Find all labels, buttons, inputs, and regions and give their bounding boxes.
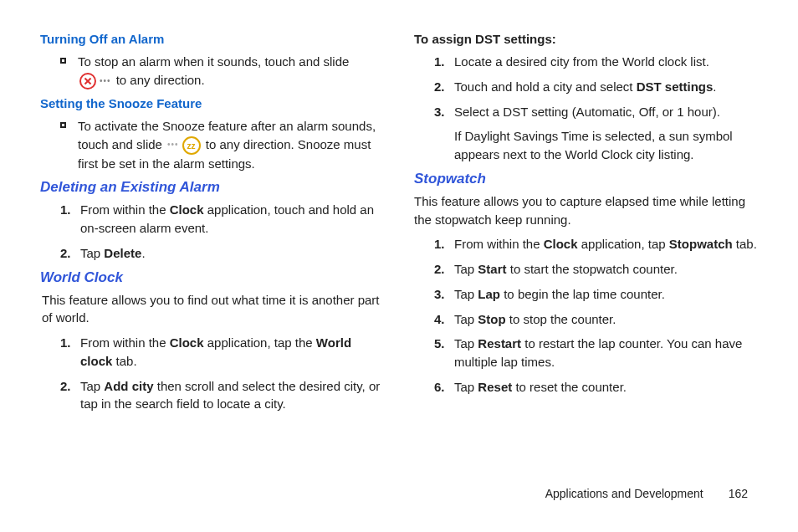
- step-text: From within the Clock application, tap S…: [454, 235, 757, 253]
- text: to reset the counter.: [512, 380, 627, 394]
- world-clock-intro: This feature allows you to find out what…: [42, 291, 384, 328]
- footer-section: Applications and Development: [545, 487, 703, 500]
- step-number: 2.: [60, 377, 80, 396]
- step-number: 2.: [434, 260, 454, 279]
- step-text: Tap Start to start the stopwatch counter…: [454, 260, 678, 279]
- bold-text: Clock: [544, 237, 578, 251]
- heading-turning-off-alarm: Turning Off an Alarm: [40, 32, 384, 46]
- dismiss-x-icon: [79, 73, 96, 90]
- step-text: From within the Clock application, tap t…: [80, 334, 384, 371]
- page-number: 162: [729, 487, 748, 500]
- bold-text: Add city: [104, 379, 153, 393]
- snooze-zz-icon: zz: [182, 136, 201, 155]
- text: Tap: [454, 262, 478, 276]
- heading-deleting-alarm: Deleting an Existing Alarm: [40, 179, 384, 196]
- step-text: Tap Add city then scroll and select the …: [80, 377, 384, 414]
- step-sw-2: 2. Tap Start to start the stopwatch coun…: [434, 260, 758, 279]
- bullet-stop-alarm: To stop an alarm when it sounds, touch a…: [60, 53, 384, 90]
- swipe-dots-icon: •••: [167, 139, 179, 151]
- step-text: Tap Reset to reset the counter.: [454, 378, 627, 396]
- text: Tap: [454, 380, 478, 394]
- step-number: 1.: [434, 235, 454, 253]
- bold-text: Clock: [170, 202, 204, 217]
- bold-text: Start: [478, 262, 506, 276]
- step-number: 6.: [434, 378, 454, 396]
- step-number: 3.: [434, 285, 454, 304]
- step-number: 2.: [434, 78, 454, 96]
- text: Touch and hold a city and select: [454, 79, 637, 94]
- bullet-snooze: To activate the Snooze feature after an …: [60, 117, 384, 173]
- step-text: Tap Restart to restart the lap counter. …: [454, 335, 758, 371]
- bullet-text: To activate the Snooze feature after an …: [78, 117, 384, 173]
- text: application, tap the: [204, 335, 316, 350]
- step-sw-6: 6. Tap Reset to reset the counter.: [434, 378, 758, 396]
- page-columns: Turning Off an Alarm To stop an alarm wh…: [40, 32, 758, 420]
- step-text: Tap Stop to stop the counter.: [454, 310, 616, 329]
- step-sw-4: 4. Tap Stop to stop the counter.: [434, 310, 758, 329]
- step-number: 1.: [434, 53, 454, 71]
- step-text: Touch and hold a city and select DST set…: [454, 78, 717, 96]
- text: tab.: [112, 354, 136, 368]
- text: .: [713, 79, 716, 94]
- text: to begin the lap time counter.: [500, 287, 665, 301]
- step-number: 5.: [434, 335, 454, 353]
- page-footer: Applications and Development 162: [545, 487, 748, 500]
- swipe-dots-icon: •••: [100, 75, 111, 88]
- step-text: Tap Delete.: [80, 244, 146, 263]
- stopwatch-intro: This feature allows you to capture elaps…: [414, 192, 758, 229]
- bullet-text: To stop an alarm when it sounds, touch a…: [78, 53, 349, 90]
- text: to stop the counter.: [506, 312, 616, 326]
- step-number: 1.: [60, 334, 80, 352]
- text: .: [141, 246, 145, 260]
- step-dst-3-cont: If Daylight Savings Time is selected, a …: [454, 127, 758, 164]
- step-dst-2: 2. Touch and hold a city and select DST …: [434, 78, 758, 96]
- text: application, tap: [578, 237, 669, 251]
- text: Tap: [80, 379, 104, 393]
- left-column: Turning Off an Alarm To stop an alarm wh…: [40, 32, 384, 420]
- step-dst-1: 1. Locate a desired city from the World …: [434, 53, 758, 71]
- text: From within the: [454, 237, 544, 251]
- bold-text: Lap: [478, 287, 500, 301]
- text: Tap: [80, 246, 104, 260]
- heading-snooze-feature: Setting the Snooze Feature: [40, 96, 384, 110]
- heading-stopwatch: Stopwatch: [414, 171, 758, 187]
- step-number: 1.: [60, 201, 80, 219]
- step-text: Locate a desired city from the World clo…: [454, 53, 709, 71]
- step-delete-1: 1. From within the Clock application, to…: [60, 201, 384, 238]
- step-number: 4.: [434, 310, 454, 329]
- step-delete-2: 2. Tap Delete.: [60, 244, 384, 263]
- step-sw-3: 3. Tap Lap to begin the lap time counter…: [434, 285, 758, 304]
- bold-text: Stopwatch: [669, 237, 733, 251]
- text: From within the: [80, 202, 170, 217]
- step-text: From within the Clock application, touch…: [80, 201, 384, 238]
- heading-dst-settings: To assign DST settings:: [414, 32, 758, 46]
- text: To stop an alarm when it sounds, touch a…: [78, 54, 349, 69]
- step-text: Tap Lap to begin the lap time counter.: [454, 285, 665, 304]
- text: tab.: [733, 237, 757, 251]
- right-column: To assign DST settings: 1. Locate a desi…: [414, 32, 758, 420]
- step-sw-5: 5. Tap Restart to restart the lap counte…: [434, 335, 758, 371]
- bold-text: DST settings: [637, 79, 714, 94]
- bold-text: Reset: [478, 380, 512, 394]
- step-number: 2.: [60, 244, 80, 263]
- step-worldclock-1: 1. From within the Clock application, ta…: [60, 334, 384, 371]
- text: to start the stopwatch counter.: [507, 262, 678, 276]
- text: to any direction.: [116, 73, 205, 87]
- step-sw-1: 1. From within the Clock application, ta…: [434, 235, 758, 253]
- square-bullet-icon: [60, 122, 66, 128]
- step-text: Select a DST setting (Automatic, Off, or…: [454, 103, 720, 121]
- bold-text: Delete: [104, 246, 141, 260]
- step-dst-3: 3. Select a DST setting (Automatic, Off,…: [434, 103, 758, 121]
- step-number: 3.: [434, 103, 454, 121]
- heading-world-clock: World Clock: [40, 269, 384, 286]
- bold-text: Clock: [170, 335, 204, 350]
- text: Tap: [454, 287, 478, 301]
- step-worldclock-2: 2. Tap Add city then scroll and select t…: [60, 377, 384, 414]
- text: Tap: [454, 312, 478, 326]
- text: From within the: [80, 335, 170, 350]
- bold-text: Stop: [478, 312, 505, 326]
- bold-text: Restart: [478, 336, 521, 350]
- square-bullet-icon: [60, 58, 66, 64]
- text: Tap: [454, 336, 478, 350]
